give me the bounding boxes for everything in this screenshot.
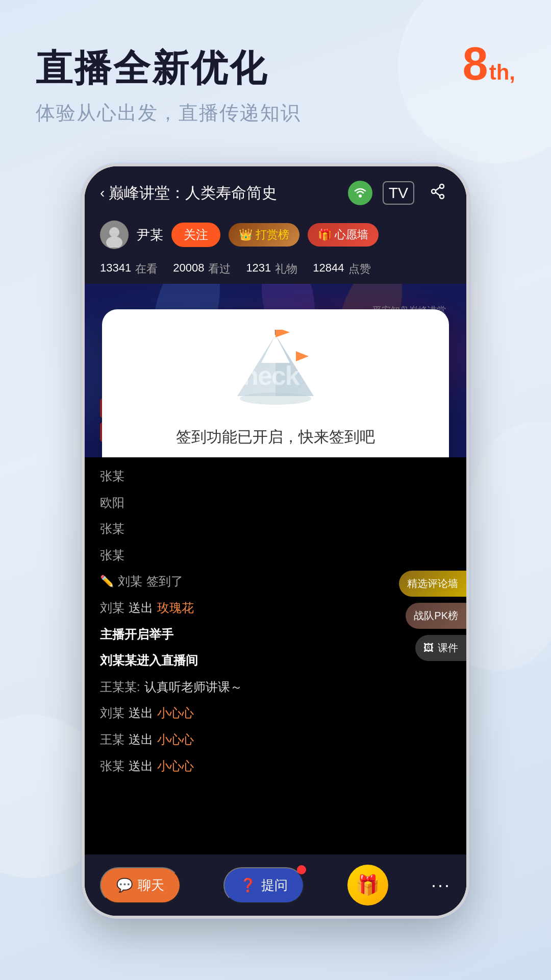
chat-name-5: 刘某 <box>118 573 142 590</box>
tv-icon-label: TV <box>389 184 408 201</box>
pencil-icon: ✏️ <box>100 574 114 590</box>
chat-message-3: 张某 <box>100 520 451 537</box>
courseware-button[interactable]: 🖼 课件 <box>415 635 466 661</box>
checkin-description: 签到功能已开启，快来签到吧 <box>176 427 375 448</box>
svg-point-27 <box>240 393 311 405</box>
checkin-text-overlay: Check in <box>224 360 327 391</box>
wish-wall-label: 心愿墙 <box>335 227 368 242</box>
chat-message-1: 张某 <box>100 468 451 485</box>
chat-name-3: 张某 <box>100 520 124 537</box>
notification-dot <box>297 865 306 874</box>
subtitle: 体验从心出发，直播传递知识 <box>36 100 515 126</box>
chat-content-6: 送出 <box>129 599 153 617</box>
bottom-bar: 💬 聊天 ❓ 提问 🎁 ··· <box>85 854 466 916</box>
chat-highlight-6: 玫瑰花 <box>157 599 194 617</box>
stat-watched: 20008 看过 <box>173 261 231 277</box>
phone-inner: ‹ 巅峰讲堂：人类寿命简史 TV <box>85 166 466 916</box>
chat-name-4: 张某 <box>100 547 124 564</box>
chat-message-10: 刘某 送出 小心心 <box>100 704 451 722</box>
svg-line-4 <box>436 187 440 190</box>
chat-message-7: 主播开启举手 <box>100 626 451 643</box>
user-avatar <box>100 220 129 249</box>
chat-content-10: 送出 <box>129 704 153 722</box>
svg-marker-23 <box>261 335 290 363</box>
stat-likes: 12844 点赞 <box>313 261 370 277</box>
tv-button[interactable]: TV <box>383 181 414 205</box>
stat-watching-label: 在看 <box>135 261 158 277</box>
stat-likes-num: 12844 <box>313 261 344 277</box>
courseware-icon: 🖼 <box>423 642 434 654</box>
svg-point-2 <box>432 189 436 193</box>
stats-bar: 13341 在看 20008 看过 1231 礼物 12844 点赞 <box>85 257 466 284</box>
chat-bold-7: 主播开启举手 <box>100 626 173 643</box>
chat-name-9: 王某某: <box>100 678 140 696</box>
chat-area: 张某 欧阳 张某 张某 ✏️ 刘某 签到了 刘某 送出 <box>85 457 466 794</box>
stat-gifts: 1231 礼物 <box>246 261 297 277</box>
chat-content-12: 送出 <box>129 757 153 775</box>
chat-message-9: 王某某: 认真听老师讲课～ <box>100 678 451 696</box>
chat-message-6: 刘某 送出 玫瑰花 <box>100 599 451 617</box>
chat-message-12: 张某 送出 小心心 <box>100 757 451 775</box>
stream-actions: TV <box>348 181 451 205</box>
svg-point-7 <box>109 227 119 237</box>
checkin-image-area: Check in <box>224 330 327 422</box>
chat-highlight-12: 小心心 <box>157 757 194 775</box>
chat-message-4: 张某 <box>100 547 451 564</box>
user-name: 尹某 <box>137 226 163 244</box>
gift-rank-label: 打赏榜 <box>256 227 289 242</box>
chat-message-2: 欧阳 <box>100 494 451 511</box>
svg-point-1 <box>440 184 444 188</box>
more-button[interactable]: ··· <box>431 874 451 896</box>
phone-container: ‹ 巅峰讲堂：人类寿命简史 TV <box>82 163 469 919</box>
chat-highlight-10: 小心心 <box>157 704 194 722</box>
svg-line-5 <box>436 192 440 195</box>
chat-label: 聊天 <box>138 876 164 894</box>
chat-message-11: 王某 送出 小心心 <box>100 731 451 748</box>
gift-icon: 🎁 <box>356 874 380 896</box>
chat-name-6: 刘某 <box>100 599 124 617</box>
video-area: 知机识变 鸣启未来 平安知鸟巅峰讲堂 平安知鸟 水乐视成 <box>85 284 466 457</box>
featured-comments-button[interactable]: 精选评论墙 <box>399 571 466 597</box>
chat-bold-8: 刘某某进入直播间 <box>100 652 198 669</box>
stat-gifts-label: 礼物 <box>275 261 297 277</box>
stream-topbar: ‹ 巅峰讲堂：人类寿命简史 TV <box>85 166 466 214</box>
chat-name-2: 欧阳 <box>100 494 124 511</box>
back-button[interactable]: ‹ 巅峰讲堂：人类寿命简史 <box>100 183 277 204</box>
chat-content-9: 认真听老师讲课～ <box>144 678 242 696</box>
gift-button[interactable]: 🎁 <box>347 865 388 905</box>
chat-message-8: 刘某某进入直播间 <box>100 652 451 669</box>
svg-point-3 <box>440 194 444 199</box>
gift-rank-button[interactable]: 👑 打赏榜 <box>229 223 299 247</box>
chat-highlight-11: 小心心 <box>157 731 194 748</box>
page-header: 直播全新优化 体验从心出发，直播传递知识 <box>0 0 551 126</box>
follow-button[interactable]: 关注 <box>171 223 220 247</box>
stream-title: 巅峰讲堂：人类寿命简史 <box>109 183 277 204</box>
svg-marker-25 <box>276 330 290 337</box>
stat-watched-num: 20008 <box>173 261 204 277</box>
main-title: 直播全新优化 <box>36 46 515 90</box>
gift-icon: 🎁 <box>318 228 332 241</box>
chat-message-5: ✏️ 刘某 签到了 <box>100 573 451 590</box>
chat-content-11: 送出 <box>129 731 153 748</box>
stat-watching-num: 13341 <box>100 261 131 277</box>
live-indicator <box>348 181 372 205</box>
wish-wall-button[interactable]: 🎁 心愿墙 <box>308 223 379 247</box>
stat-watched-label: 看过 <box>208 261 231 277</box>
chat-name-1: 张某 <box>100 468 124 485</box>
question-button[interactable]: ❓ 提问 <box>223 867 304 903</box>
stat-gifts-num: 1231 <box>246 261 271 277</box>
stat-watching: 13341 在看 <box>100 261 158 277</box>
right-side-buttons: 精选评论墙 战队PK榜 🖼 课件 <box>399 571 466 661</box>
checkin-popup: Check in 签到功能已开启，快来签到吧 签到 <box>102 309 449 457</box>
question-icon: ❓ <box>240 877 256 893</box>
svg-point-0 <box>359 194 362 198</box>
chat-button[interactable]: 💬 聊天 <box>100 867 181 903</box>
share-button[interactable] <box>424 181 451 205</box>
chat-name-11: 王某 <box>100 731 124 748</box>
phone-frame: ‹ 巅峰讲堂：人类寿命简史 TV <box>82 163 469 919</box>
stat-likes-label: 点赞 <box>348 261 371 277</box>
back-icon: ‹ <box>100 185 105 201</box>
crown-icon: 👑 <box>239 228 253 241</box>
team-pk-button[interactable]: 战队PK榜 <box>406 603 466 629</box>
svg-marker-26 <box>296 351 309 361</box>
